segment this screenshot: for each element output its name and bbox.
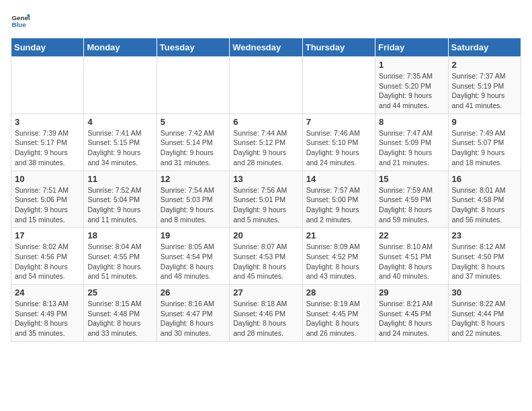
day-number: 6 — [233, 117, 298, 127]
week-row-5: 24Sunrise: 8:13 AMSunset: 4:49 PMDayligh… — [11, 285, 521, 342]
header: General Blue — [11, 11, 521, 30]
day-cell: 26Sunrise: 8:16 AMSunset: 4:47 PMDayligh… — [157, 285, 229, 342]
week-row-4: 17Sunrise: 8:02 AMSunset: 4:56 PMDayligh… — [11, 228, 521, 285]
svg-text:Blue: Blue — [11, 21, 26, 28]
day-info: Sunrise: 8:10 AMSunset: 4:51 PMDaylight:… — [379, 242, 444, 281]
header-monday: Monday — [84, 38, 157, 57]
day-number: 13 — [233, 174, 298, 184]
day-number: 20 — [233, 230, 298, 240]
logo-icon: General Blue — [11, 11, 30, 30]
calendar-header-row: SundayMondayTuesdayWednesdayThursdayFrid… — [11, 38, 521, 57]
day-cell: 22Sunrise: 8:10 AMSunset: 4:51 PMDayligh… — [375, 228, 448, 285]
day-info: Sunrise: 7:54 AMSunset: 5:03 PMDaylight:… — [161, 185, 226, 225]
day-cell: 8Sunrise: 7:47 AMSunset: 5:09 PMDaylight… — [375, 113, 448, 171]
day-number: 15 — [379, 174, 444, 184]
day-cell: 3Sunrise: 7:39 AMSunset: 5:17 PMDaylight… — [11, 113, 84, 171]
day-number: 27 — [233, 287, 298, 298]
day-number: 2 — [452, 60, 517, 70]
day-info: Sunrise: 8:09 AMSunset: 4:52 PMDaylight:… — [306, 242, 371, 281]
day-info: Sunrise: 7:49 AMSunset: 5:07 PMDaylight:… — [452, 128, 517, 168]
day-cell: 7Sunrise: 7:46 AMSunset: 5:10 PMDaylight… — [302, 113, 375, 171]
day-cell — [157, 57, 229, 114]
day-number: 17 — [15, 230, 80, 240]
day-cell: 19Sunrise: 8:05 AMSunset: 4:54 PMDayligh… — [157, 228, 229, 285]
day-number: 21 — [306, 230, 371, 240]
day-cell: 16Sunrise: 8:01 AMSunset: 4:58 PMDayligh… — [448, 171, 521, 228]
day-cell: 24Sunrise: 8:13 AMSunset: 4:49 PMDayligh… — [11, 285, 84, 342]
day-info: Sunrise: 7:41 AMSunset: 5:15 PMDaylight:… — [87, 128, 152, 168]
day-info: Sunrise: 7:46 AMSunset: 5:10 PMDaylight:… — [306, 128, 371, 168]
week-row-3: 10Sunrise: 7:51 AMSunset: 5:06 PMDayligh… — [11, 171, 521, 228]
day-number: 14 — [306, 174, 371, 184]
day-number: 11 — [87, 174, 152, 184]
day-cell: 1Sunrise: 7:35 AMSunset: 5:20 PMDaylight… — [375, 57, 448, 114]
header-tuesday: Tuesday — [157, 38, 229, 57]
day-cell — [302, 57, 375, 114]
day-number: 12 — [161, 174, 226, 184]
day-cell: 9Sunrise: 7:49 AMSunset: 5:07 PMDaylight… — [448, 113, 521, 171]
day-cell: 23Sunrise: 8:12 AMSunset: 4:50 PMDayligh… — [448, 228, 521, 285]
day-cell — [84, 57, 157, 114]
day-info: Sunrise: 7:56 AMSunset: 5:01 PMDaylight:… — [233, 185, 298, 225]
day-number: 19 — [161, 230, 226, 240]
day-info: Sunrise: 7:39 AMSunset: 5:17 PMDaylight:… — [15, 128, 80, 168]
header-saturday: Saturday — [448, 38, 521, 57]
day-number: 4 — [87, 117, 152, 127]
day-number: 23 — [452, 230, 517, 240]
day-number: 18 — [87, 230, 152, 240]
header-sunday: Sunday — [11, 38, 84, 57]
day-cell: 15Sunrise: 7:59 AMSunset: 4:59 PMDayligh… — [375, 171, 448, 228]
day-cell: 25Sunrise: 8:15 AMSunset: 4:48 PMDayligh… — [84, 285, 157, 342]
day-info: Sunrise: 7:37 AMSunset: 5:19 PMDaylight:… — [452, 71, 517, 111]
day-number: 8 — [379, 117, 444, 127]
day-cell: 12Sunrise: 7:54 AMSunset: 5:03 PMDayligh… — [157, 171, 229, 228]
day-number: 1 — [379, 60, 444, 70]
week-row-2: 3Sunrise: 7:39 AMSunset: 5:17 PMDaylight… — [11, 113, 521, 171]
day-info: Sunrise: 8:16 AMSunset: 4:47 PMDaylight:… — [161, 299, 226, 338]
header-friday: Friday — [375, 38, 448, 57]
day-info: Sunrise: 7:51 AMSunset: 5:06 PMDaylight:… — [15, 185, 80, 225]
day-cell: 4Sunrise: 7:41 AMSunset: 5:15 PMDaylight… — [84, 113, 157, 171]
day-info: Sunrise: 8:12 AMSunset: 4:50 PMDaylight:… — [452, 242, 517, 281]
day-cell: 30Sunrise: 8:22 AMSunset: 4:44 PMDayligh… — [448, 285, 521, 342]
header-wednesday: Wednesday — [230, 38, 302, 57]
day-info: Sunrise: 8:15 AMSunset: 4:48 PMDaylight:… — [87, 299, 152, 338]
day-number: 22 — [379, 230, 444, 240]
day-number: 9 — [452, 117, 517, 127]
day-cell: 27Sunrise: 8:18 AMSunset: 4:46 PMDayligh… — [230, 285, 302, 342]
day-cell: 6Sunrise: 7:44 AMSunset: 5:12 PMDaylight… — [230, 113, 302, 171]
day-number: 16 — [452, 174, 517, 184]
day-cell: 11Sunrise: 7:52 AMSunset: 5:04 PMDayligh… — [84, 171, 157, 228]
day-cell: 5Sunrise: 7:42 AMSunset: 5:14 PMDaylight… — [157, 113, 229, 171]
header-thursday: Thursday — [302, 38, 375, 57]
day-cell — [11, 57, 84, 114]
day-number: 30 — [452, 287, 517, 298]
day-cell: 28Sunrise: 8:19 AMSunset: 4:45 PMDayligh… — [302, 285, 375, 342]
day-cell: 29Sunrise: 8:21 AMSunset: 4:45 PMDayligh… — [375, 285, 448, 342]
calendar-table: SundayMondayTuesdayWednesdayThursdayFrid… — [11, 38, 521, 342]
day-number: 29 — [379, 287, 444, 298]
day-info: Sunrise: 8:19 AMSunset: 4:45 PMDaylight:… — [306, 299, 371, 338]
day-number: 7 — [306, 117, 371, 127]
day-info: Sunrise: 7:44 AMSunset: 5:12 PMDaylight:… — [233, 128, 298, 168]
day-info: Sunrise: 7:35 AMSunset: 5:20 PMDaylight:… — [379, 71, 444, 111]
day-info: Sunrise: 7:47 AMSunset: 5:09 PMDaylight:… — [379, 128, 444, 168]
logo: General Blue — [11, 11, 32, 30]
day-number: 26 — [161, 287, 226, 298]
day-cell: 18Sunrise: 8:04 AMSunset: 4:55 PMDayligh… — [84, 228, 157, 285]
day-number: 24 — [15, 287, 80, 298]
day-info: Sunrise: 8:18 AMSunset: 4:46 PMDaylight:… — [233, 299, 298, 338]
day-info: Sunrise: 8:22 AMSunset: 4:44 PMDaylight:… — [452, 299, 517, 338]
day-info: Sunrise: 7:52 AMSunset: 5:04 PMDaylight:… — [87, 185, 152, 225]
day-info: Sunrise: 7:57 AMSunset: 5:00 PMDaylight:… — [306, 185, 371, 225]
day-cell — [230, 57, 302, 114]
day-number: 10 — [15, 174, 80, 184]
day-cell: 20Sunrise: 8:07 AMSunset: 4:53 PMDayligh… — [230, 228, 302, 285]
day-info: Sunrise: 8:02 AMSunset: 4:56 PMDaylight:… — [15, 242, 80, 281]
day-cell: 2Sunrise: 7:37 AMSunset: 5:19 PMDaylight… — [448, 57, 521, 114]
day-info: Sunrise: 8:04 AMSunset: 4:55 PMDaylight:… — [87, 242, 152, 281]
day-cell: 10Sunrise: 7:51 AMSunset: 5:06 PMDayligh… — [11, 171, 84, 228]
day-info: Sunrise: 8:13 AMSunset: 4:49 PMDaylight:… — [15, 299, 80, 338]
day-cell: 17Sunrise: 8:02 AMSunset: 4:56 PMDayligh… — [11, 228, 84, 285]
day-info: Sunrise: 8:05 AMSunset: 4:54 PMDaylight:… — [161, 242, 226, 281]
